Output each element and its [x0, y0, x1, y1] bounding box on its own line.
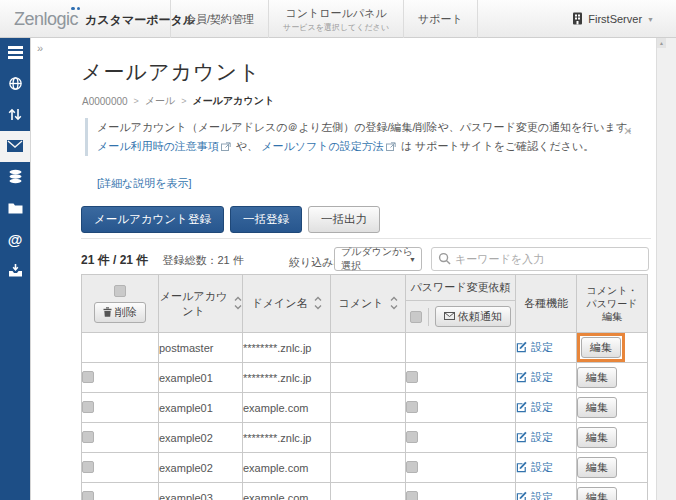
tab-control-panel[interactable]: コントロールパネル サービスを選択してください: [268, 0, 403, 38]
folder-icon: [8, 202, 23, 216]
account-cell: example02: [159, 453, 243, 483]
highlight-frame: 編集: [577, 333, 625, 362]
table-row: example01 example.com 設定 編集: [82, 393, 648, 423]
scrollbar[interactable]: ▲: [656, 38, 666, 500]
password-row-checkbox[interactable]: [406, 431, 418, 443]
row-checkbox[interactable]: [82, 371, 94, 383]
comment-cell: [331, 363, 406, 393]
settings-link[interactable]: 設定: [516, 430, 553, 445]
import-icon: [8, 263, 23, 279]
link-mail-precautions[interactable]: メール利用時の注意事項: [97, 140, 219, 152]
password-row-checkbox[interactable]: [406, 491, 418, 500]
sidebar-item-list[interactable]: [0, 38, 30, 69]
domain-cell: example.com: [243, 453, 331, 483]
header-delete: 削除: [82, 275, 159, 333]
action-buttons: メールアカウント登録 一括登録 一括出力: [81, 206, 380, 233]
link-mail-software-setup[interactable]: メールソフトの設定方法: [261, 140, 384, 152]
table-row: example02 ********.znlc.jp 設定 編集: [82, 423, 648, 453]
header-domain[interactable]: ドメイン名: [243, 275, 331, 333]
divider: [81, 238, 651, 239]
row-checkbox[interactable]: [82, 461, 94, 473]
header-tabs: 会員/契約管理 コントロールパネル サービスを選択してください サポート: [170, 0, 478, 38]
sort-icon[interactable]: [314, 296, 322, 312]
edit-button[interactable]: 編集: [577, 427, 617, 448]
tab-support[interactable]: サポート: [403, 0, 478, 38]
chevron-down-icon: ▼: [647, 16, 654, 23]
notice-line1: メールアカウント（メールアドレスの＠より左側）の登録/編集/削除や、パスワード変…: [97, 118, 657, 137]
bulk-register-button[interactable]: 一括登録: [230, 206, 302, 233]
envelope-icon: [444, 310, 455, 322]
password-row-checkbox[interactable]: [406, 371, 418, 383]
password-row-checkbox[interactable]: [406, 461, 418, 473]
domain-cell: example.com: [243, 483, 331, 500]
list-icon: [8, 46, 23, 61]
row-checkbox[interactable]: [82, 431, 94, 443]
delete-button[interactable]: 削除: [94, 302, 146, 323]
sidebar-item-database[interactable]: [0, 162, 30, 193]
settings-link[interactable]: 設定: [516, 460, 553, 475]
mail-account-table: 削除 メールアカウント ドメイン名 コメント パスワード変更依頼 依頼通知: [81, 274, 648, 500]
trash-icon: [103, 306, 112, 318]
table-row: example01 ********.znlc.jp 設定 編集: [82, 363, 648, 393]
server-icon: [572, 12, 583, 27]
password-select-all-checkbox[interactable]: [410, 311, 422, 323]
pencil-square-icon: [516, 491, 528, 500]
header-account[interactable]: メールアカウント: [159, 275, 243, 333]
sidebar-item-transfer[interactable]: [0, 100, 30, 131]
sort-icon[interactable]: [390, 296, 398, 312]
page-title: メールアカウント: [81, 58, 260, 86]
settings-link[interactable]: 設定: [516, 400, 553, 415]
row-checkbox[interactable]: [82, 491, 94, 500]
keyword-search: [431, 247, 649, 271]
settings-link[interactable]: 設定: [516, 490, 553, 500]
notice-close-icon[interactable]: ×: [624, 124, 632, 138]
bulk-export-button[interactable]: 一括出力: [308, 206, 380, 233]
account-cell: example01: [159, 363, 243, 393]
search-input[interactable]: [455, 253, 642, 265]
settings-link[interactable]: 設定: [516, 370, 553, 385]
sidebar-item-folder[interactable]: [0, 193, 30, 224]
external-link-icon: [386, 138, 396, 157]
domain-cell: ********.znlc.jp: [243, 363, 331, 393]
notify-request-button[interactable]: 依頼通知: [435, 306, 511, 327]
breadcrumb-mail[interactable]: メール: [145, 94, 175, 108]
sidebar-expand-toggle[interactable]: »: [37, 42, 43, 54]
scroll-up-arrow-icon[interactable]: ▲: [657, 38, 666, 48]
sidebar-item-mail[interactable]: [0, 131, 30, 162]
pencil-square-icon: [516, 371, 528, 385]
filter-dropdown[interactable]: プルダウンから選択 ▼: [334, 247, 422, 271]
zenlogic-logo[interactable]: Zenlogic カスタマーポータル: [14, 0, 195, 38]
select-all-checkbox[interactable]: [114, 285, 126, 297]
edit-button[interactable]: 編集: [581, 337, 621, 358]
search-icon: [438, 252, 451, 267]
account-cell: example03: [159, 483, 243, 500]
header-comment[interactable]: コメント: [331, 275, 406, 333]
divider: [428, 308, 429, 326]
register-mail-account-button[interactable]: メールアカウント登録: [81, 206, 224, 233]
detail-description-link[interactable]: [詳細な説明を表示]: [97, 176, 192, 191]
sort-icon[interactable]: [234, 296, 242, 312]
account-cell: example02: [159, 423, 243, 453]
sidebar-item-domain[interactable]: [0, 69, 30, 100]
account-cell: example01: [159, 393, 243, 423]
edit-button[interactable]: 編集: [577, 487, 617, 500]
account-menu[interactable]: FirstServer ▼: [572, 0, 654, 38]
breadcrumb-account[interactable]: A0000000: [82, 96, 128, 107]
edit-button[interactable]: 編集: [577, 397, 617, 418]
password-row-checkbox[interactable]: [406, 401, 418, 413]
pencil-square-icon: [516, 461, 528, 475]
row-checkbox[interactable]: [82, 401, 94, 413]
comment-cell: [331, 333, 406, 363]
settings-link[interactable]: 設定: [516, 340, 553, 355]
table-row: example03 example.com 設定 編集: [82, 483, 648, 500]
domain-cell: ********.znlc.jp: [243, 423, 331, 453]
top-header: Zenlogic カスタマーポータル 会員/契約管理 コントロールパネル サービ…: [0, 0, 676, 38]
edit-button[interactable]: 編集: [577, 457, 617, 478]
header-functions: 各種機能: [516, 275, 577, 333]
sidebar-item-at[interactable]: @: [0, 224, 30, 255]
edit-button[interactable]: 編集: [577, 367, 617, 388]
sidebar-item-import[interactable]: [0, 255, 30, 286]
notice-line2: メール利用時の注意事項 や、 メールソフトの設定方法 は サポートサイトをご確認…: [97, 137, 657, 157]
header-password-request: パスワード変更依頼 依頼通知: [406, 275, 516, 333]
tab-member-management[interactable]: 会員/契約管理: [170, 0, 268, 38]
